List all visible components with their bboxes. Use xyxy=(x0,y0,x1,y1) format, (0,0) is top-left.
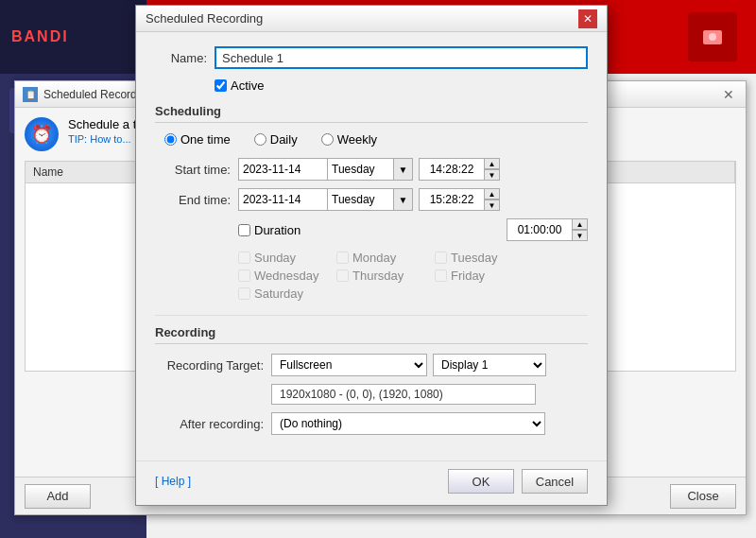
day-thursday[interactable]: Thursday xyxy=(336,269,431,283)
end-day-display: Tuesday xyxy=(328,188,394,211)
name-input[interactable] xyxy=(215,46,588,69)
start-time-row: Start time: Tuesday ▼ ▲ ▼ xyxy=(155,158,588,181)
day-sunday[interactable]: Sunday xyxy=(238,251,333,265)
dialog-title: Scheduled Recording xyxy=(146,11,578,26)
friday-label: Friday xyxy=(451,269,485,283)
start-day-display: Tuesday xyxy=(328,158,394,181)
monday-label: Monday xyxy=(352,251,396,265)
bg-window-close-btn[interactable]: ✕ xyxy=(719,87,738,102)
end-time-spinners: ▲ ▼ xyxy=(485,188,500,211)
duration-spinners: ▲ ▼ xyxy=(573,218,588,241)
start-time-spinners: ▲ ▼ xyxy=(485,158,500,181)
radio-one-time[interactable]: One time xyxy=(164,132,231,147)
dialog-titlebar: Scheduled Recording ✕ xyxy=(136,6,607,32)
end-date-input[interactable] xyxy=(238,188,328,211)
dialog-footer: [ Help ] OK Cancel xyxy=(136,460,607,505)
days-grid: Sunday Monday Tuesday Wednesday Thursday xyxy=(238,251,588,301)
day-tuesday[interactable]: Tuesday xyxy=(435,251,529,265)
end-time-down[interactable]: ▼ xyxy=(485,200,500,211)
start-time-spinner: ▲ ▼ xyxy=(419,158,500,181)
tip-link[interactable]: TIP: How to... xyxy=(68,133,131,145)
dialog-body: Name: Active Scheduling One time Daily xyxy=(136,32,607,460)
after-recording-row: After recording: (Do nothing) Stop recor… xyxy=(155,412,588,435)
tuesday-checkbox[interactable] xyxy=(435,252,447,264)
sunday-label: Sunday xyxy=(254,251,296,265)
end-time-row: End time: Tuesday ▼ ▲ ▼ xyxy=(155,188,588,211)
duration-checkbox[interactable] xyxy=(238,224,250,236)
cancel-button[interactable]: Cancel xyxy=(522,469,588,494)
recording-section: Recording Recording Target: Fullscreen W… xyxy=(155,315,588,435)
duration-up[interactable]: ▲ xyxy=(573,218,588,230)
duration-input[interactable] xyxy=(507,218,573,241)
duration-spinner: ▲ ▼ xyxy=(507,218,588,241)
end-time-up[interactable]: ▲ xyxy=(485,188,500,200)
day-wednesday[interactable]: Wednesday xyxy=(238,269,333,283)
radio-weekly-input[interactable] xyxy=(321,133,334,146)
recording-target-row: Recording Target: Fullscreen Window Rect… xyxy=(155,354,588,376)
clock-icon: ⏰ xyxy=(25,117,59,151)
radio-weekly[interactable]: Weekly xyxy=(321,132,377,147)
after-recording-label: After recording: xyxy=(155,417,264,431)
recording-target-select[interactable]: Fullscreen Window Rectangle xyxy=(271,354,427,376)
start-date-input[interactable] xyxy=(238,158,328,181)
tuesday-label: Tuesday xyxy=(451,251,497,265)
ok-button[interactable]: OK xyxy=(448,469,514,494)
radio-one-time-label: One time xyxy=(180,132,231,147)
app-logo: BANDI xyxy=(11,28,69,45)
radio-weekly-label: Weekly xyxy=(337,132,377,147)
end-time-spinner: ▲ ▼ xyxy=(419,188,500,211)
day-monday[interactable]: Monday xyxy=(336,251,431,265)
radio-daily-label: Daily xyxy=(270,132,298,147)
duration-label: Duration xyxy=(254,223,301,237)
thursday-checkbox[interactable] xyxy=(336,269,349,282)
active-checkbox[interactable] xyxy=(215,79,227,92)
day-friday[interactable]: Friday xyxy=(435,269,529,283)
thursday-label: Thursday xyxy=(352,269,404,283)
wednesday-label: Wednesday xyxy=(254,269,318,283)
radio-one-time-input[interactable] xyxy=(164,133,177,146)
day-saturday[interactable]: Saturday xyxy=(238,286,333,301)
end-calendar-button[interactable]: ▼ xyxy=(394,188,413,211)
end-time-label: End time: xyxy=(155,193,231,207)
screenshot-button[interactable] xyxy=(688,12,737,61)
close-button[interactable]: Close xyxy=(670,484,736,509)
recording-title: Recording xyxy=(155,325,588,344)
footer-buttons: OK Cancel xyxy=(448,469,588,494)
sunday-checkbox[interactable] xyxy=(238,252,250,264)
name-label: Name: xyxy=(155,51,207,65)
saturday-checkbox[interactable] xyxy=(238,287,250,300)
radio-daily-input[interactable] xyxy=(254,133,266,146)
recording-target-label: Recording Target: xyxy=(155,358,264,373)
start-time-label: Start time: xyxy=(155,163,231,177)
duration-down[interactable]: ▼ xyxy=(573,230,588,241)
scheduled-recording-dialog: Scheduled Recording ✕ Name: Active Sched… xyxy=(135,5,608,506)
scheduling-title: Scheduling xyxy=(155,104,588,123)
start-time-up[interactable]: ▲ xyxy=(485,158,500,169)
add-button[interactable]: Add xyxy=(25,484,91,509)
active-label: Active xyxy=(231,78,264,93)
name-row: Name: xyxy=(155,46,588,69)
window-icon: 📋 xyxy=(23,87,38,102)
app-logo-area: BANDI xyxy=(0,0,146,74)
friday-checkbox[interactable] xyxy=(435,269,447,282)
camera-icon xyxy=(701,26,724,48)
active-row: Active xyxy=(155,78,588,93)
end-time-input[interactable] xyxy=(419,188,485,211)
start-time-down[interactable]: ▼ xyxy=(485,169,500,181)
frequency-radio-group: One time Daily Weekly xyxy=(155,132,588,147)
scheduling-section: Scheduling One time Daily Weekly Start xyxy=(155,104,588,301)
after-recording-select[interactable]: (Do nothing) Stop recording Shutdown PC xyxy=(271,412,545,435)
saturday-label: Saturday xyxy=(254,286,303,301)
dialog-close-button[interactable]: ✕ xyxy=(578,9,597,28)
resolution-display: 1920x1080 - (0, 0), (1920, 1080) xyxy=(271,384,536,405)
monday-checkbox[interactable] xyxy=(336,252,349,264)
help-link[interactable]: [ Help ] xyxy=(155,475,191,488)
radio-daily[interactable]: Daily xyxy=(254,132,298,147)
wednesday-checkbox[interactable] xyxy=(238,269,250,282)
start-calendar-button[interactable]: ▼ xyxy=(394,158,413,181)
svg-point-9 xyxy=(709,33,716,41)
duration-row: Duration ▲ ▼ xyxy=(155,218,588,241)
start-time-input[interactable] xyxy=(419,158,485,181)
duration-check-area: Duration xyxy=(238,223,301,237)
display-select[interactable]: Display 1 Display 2 xyxy=(433,354,546,376)
